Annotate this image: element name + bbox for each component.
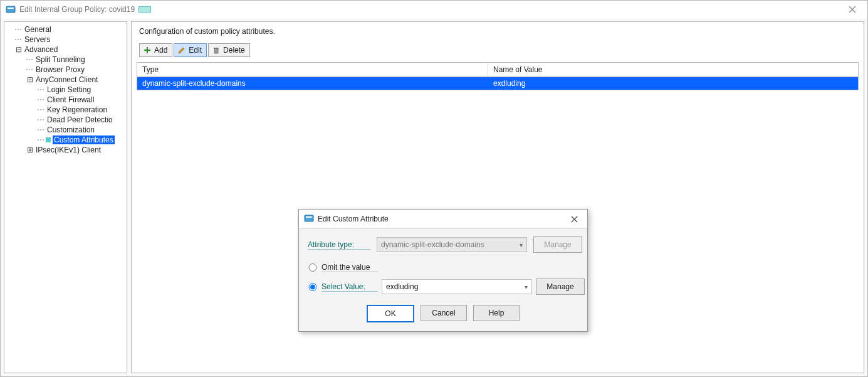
tree-item-label: Dead Peer Detectio <box>46 115 114 124</box>
attr-type-manage-button[interactable]: Manage <box>533 236 582 253</box>
add-button-label: Add <box>154 46 167 55</box>
tree-item-key-regeneration[interactable]: ⋯Key Regeneration <box>4 105 127 115</box>
dialog-body: Attribute type: dynamic-split-exclude-do… <box>299 229 587 331</box>
window-state-glyph <box>139 6 151 13</box>
tree-item-general[interactable]: ⋯General <box>4 24 127 35</box>
tree-item-label: Browser Proxy <box>34 65 86 74</box>
tree-item-label: Split Tunneling <box>34 55 86 64</box>
tree-item-label: Servers <box>23 35 51 44</box>
dialog-buttons: OK Cancel Help <box>308 305 578 322</box>
svg-rect-9 <box>306 216 312 218</box>
omit-value-row: Omit the value <box>308 263 578 272</box>
titlebar: Edit Internal Group Policy: covid19 <box>1 1 867 19</box>
tree-item-ipsec-ikev1-client[interactable]: ⊞IPsec(IKEv1) Client <box>4 145 127 155</box>
omit-value-label: Omit the value <box>322 263 378 272</box>
attributes-table: Type Name of Value dynamic-split-exclude… <box>137 62 859 90</box>
tree-item-label: Client Firewall <box>46 95 95 104</box>
window-title: Edit Internal Group Policy: covid19 <box>19 5 135 14</box>
table-row[interactable]: dynamic-split-exclude-domainsexdluding <box>137 77 858 90</box>
tree-item-customization[interactable]: ⋯Customization <box>4 125 127 135</box>
col-header-name[interactable]: Name of Value <box>488 63 858 77</box>
tree-item-label: Login Setting <box>46 85 92 94</box>
cell-type: dynamic-split-exclude-domains <box>137 77 488 90</box>
tree-guide-icon: ⋯ <box>37 105 46 114</box>
ok-button[interactable]: OK <box>367 305 414 322</box>
close-icon <box>571 216 578 223</box>
tree-item-browser-proxy[interactable]: ⋯Browser Proxy <box>4 65 127 75</box>
tree-guide-icon: ⋯ <box>14 35 23 44</box>
col-header-type[interactable]: Type <box>137 63 488 77</box>
tree-item-label: AnyConnect Client <box>34 75 99 84</box>
window-close-button[interactable] <box>840 1 865 18</box>
tree-item-anyconnect-client[interactable]: ⊟AnyConnect Client <box>4 75 127 85</box>
chevron-down-icon: ▾ <box>525 284 528 290</box>
select-value-manage-button[interactable]: Manage <box>536 279 585 295</box>
attr-type-value: dynamic-split-exclude-domains <box>381 240 484 249</box>
close-icon <box>849 6 856 13</box>
select-value-row: Select Value: exdluding ▾ Manage <box>308 279 578 295</box>
manage-button-label: Manage <box>546 282 573 291</box>
tree-item-label: Advanced <box>23 45 59 54</box>
main-window: Edit Internal Group Policy: covid19 ⋯Gen… <box>0 0 868 377</box>
chevron-down-icon: ▾ <box>520 242 523 248</box>
tree-guide-icon: ⋯ <box>37 85 46 94</box>
select-value-radio[interactable] <box>308 283 318 291</box>
svg-rect-7 <box>214 48 219 49</box>
nav-tree: ⋯General⋯Servers⊟Advanced⋯Split Tunnelin… <box>4 22 127 157</box>
omit-value-radio[interactable] <box>308 263 318 272</box>
select-value-select[interactable]: exdluding ▾ <box>382 279 532 294</box>
dialog-title: Edit Custom Attribute <box>318 215 389 223</box>
tree-item-advanced[interactable]: ⊟Advanced <box>4 45 127 55</box>
svg-rect-6 <box>214 48 218 53</box>
svg-rect-5 <box>144 50 150 51</box>
toolbar: Add Edit Delete <box>139 43 859 57</box>
svg-rect-1 <box>8 8 14 9</box>
pencil-icon <box>177 46 186 55</box>
tree-guide-icon: ⋯ <box>26 65 34 74</box>
cancel-button[interactable]: Cancel <box>421 305 467 321</box>
cancel-button-label: Cancel <box>432 309 455 317</box>
tree-item-label: General <box>23 25 53 34</box>
ok-button-label: OK <box>385 309 395 318</box>
help-button-label: Help <box>489 309 505 317</box>
selection-marker-icon <box>46 137 51 142</box>
dialog-app-icon <box>304 213 314 225</box>
delete-button[interactable]: Delete <box>208 43 250 57</box>
tree-item-servers[interactable]: ⋯Servers <box>4 35 127 45</box>
tree-item-label: Custom Attributes <box>53 135 115 144</box>
tree-item-login-setting[interactable]: ⋯Login Setting <box>4 85 127 95</box>
table-header: Type Name of Value <box>137 63 858 77</box>
dialog-titlebar: Edit Custom Attribute <box>299 210 587 229</box>
detail-heading: Configuration of custom policy attribute… <box>139 27 859 36</box>
expand-icon[interactable]: ⊞ <box>26 146 34 154</box>
manage-button-label: Manage <box>544 240 571 249</box>
tree-item-split-tunneling[interactable]: ⋯Split Tunneling <box>4 55 127 65</box>
collapse-icon[interactable]: ⊟ <box>14 45 23 54</box>
nav-tree-panel: ⋯General⋯Servers⊟Advanced⋯Split Tunnelin… <box>4 21 127 373</box>
tree-item-label: Customization <box>46 125 96 134</box>
svg-rect-0 <box>6 6 15 13</box>
select-value-value: exdluding <box>386 282 418 291</box>
tree-item-label: IPsec(IKEv1) Client <box>34 146 102 154</box>
tree-guide-icon: ⋯ <box>37 125 46 134</box>
collapse-icon[interactable]: ⊟ <box>26 75 34 84</box>
app-icon <box>6 4 16 14</box>
tree-item-dead-peer-detectio[interactable]: ⋯Dead Peer Detectio <box>4 115 127 125</box>
attr-type-select[interactable]: dynamic-split-exclude-domains ▾ <box>377 237 527 252</box>
tree-item-custom-attributes[interactable]: ⋯Custom Attributes <box>4 135 127 145</box>
tree-guide-icon: ⋯ <box>26 55 34 64</box>
add-button[interactable]: Add <box>139 43 172 57</box>
help-button[interactable]: Help <box>473 305 520 321</box>
select-value-label: Select Value: <box>322 282 378 292</box>
edit-button[interactable]: Edit <box>174 43 207 57</box>
tree-guide-icon: ⋯ <box>37 95 46 104</box>
tree-item-label: Key Regeneration <box>46 105 108 114</box>
cell-name: exdluding <box>488 77 858 90</box>
edit-button-label: Edit <box>189 46 202 55</box>
dialog-close-button[interactable] <box>563 210 585 228</box>
delete-button-label: Delete <box>223 46 245 55</box>
tree-guide-icon: ⋯ <box>37 135 46 144</box>
attr-type-row: Attribute type: dynamic-split-exclude-do… <box>308 236 578 253</box>
attr-type-label: Attribute type: <box>308 240 370 250</box>
tree-item-client-firewall[interactable]: ⋯Client Firewall <box>4 95 127 105</box>
